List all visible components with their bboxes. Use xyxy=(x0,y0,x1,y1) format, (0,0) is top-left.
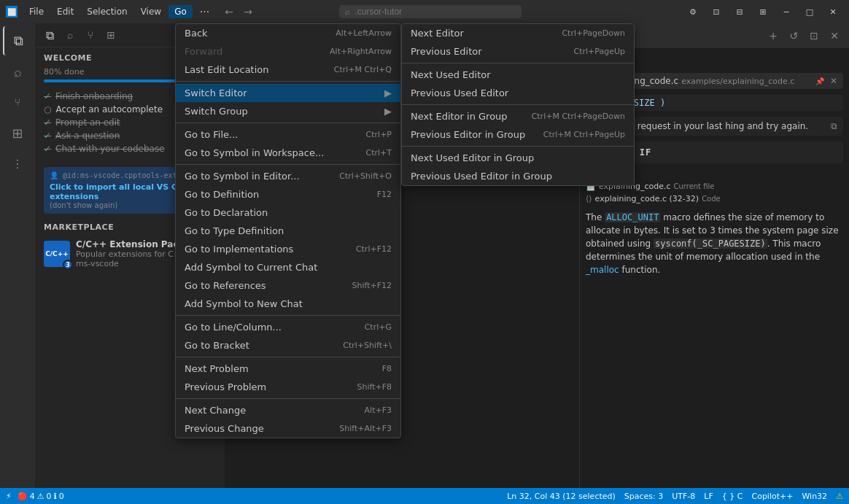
spaces-text: Spaces: 3 xyxy=(624,492,663,501)
go-back-label: Back xyxy=(185,28,330,39)
copilot-status[interactable]: Copilot++ xyxy=(751,492,793,501)
minimize-btn[interactable]: ─ xyxy=(776,4,796,19)
extensions-activity-icon[interactable]: ⊞ xyxy=(3,118,32,147)
activity-bar: ⧉ ⌕ ⑂ ⊞ ⋮ xyxy=(0,23,35,488)
menu-selection[interactable]: Selection xyxy=(81,5,133,18)
remote-status[interactable]: ⚡ xyxy=(6,492,12,501)
add-chat-icon[interactable]: + xyxy=(764,27,782,44)
search-input[interactable] xyxy=(354,7,516,17)
source-control-activity-icon[interactable]: ⑂ xyxy=(3,88,32,117)
used-code-ref: explaining_code.c (32-32) xyxy=(595,194,699,203)
sub-sep-2 xyxy=(402,104,634,105)
layout-btn[interactable]: ⊡ xyxy=(706,4,726,19)
go-switch-editor[interactable]: Switch Editor ▶ xyxy=(176,84,400,102)
prev-editor-label: Previous Editor xyxy=(411,46,568,57)
info-icon: ℹ xyxy=(54,492,57,501)
sidebar-search-icon[interactable]: ⌕ xyxy=(61,26,79,44)
more-activity-icon[interactable]: ⋮ xyxy=(3,149,32,178)
prev-editor[interactable]: Previous Editor Ctrl+PageUp xyxy=(402,42,634,61)
go-to-type-def-label: Go to Type Definition xyxy=(185,225,392,236)
pin-icon[interactable]: 📌 xyxy=(815,77,824,85)
maximize-chat-icon[interactable]: ⊡ xyxy=(805,27,823,44)
language-text: { } C xyxy=(722,492,743,501)
next-used-editor-group[interactable]: Next Used Editor in Group xyxy=(402,149,634,167)
go-to-symbol-workspace[interactable]: Go to Symbol in Workspace... Ctrl+T xyxy=(176,144,400,162)
go-to-bracket[interactable]: Go to Bracket Ctrl+Shift+\ xyxy=(176,336,400,354)
next-editor[interactable]: Next Editor Ctrl+PageDown xyxy=(402,24,634,42)
check-icon-4: ✓ xyxy=(44,144,51,154)
go-to-declaration[interactable]: Go to Declaration xyxy=(176,203,400,222)
add-symbol-new-label: Add Symbol to New Chat xyxy=(185,298,392,309)
go-to-symbol-ws-shortcut: Ctrl+T xyxy=(365,148,392,158)
next-change[interactable]: Next Change Alt+F3 xyxy=(176,401,400,419)
prev-used-editor-group[interactable]: Previous Used Editor in Group xyxy=(402,167,634,185)
go-to-implementations[interactable]: Go to Implementations Ctrl+F12 xyxy=(176,240,400,258)
warn-status[interactable]: ⚠ xyxy=(836,492,843,501)
go-last-edit[interactable]: Last Edit Location Ctrl+M Ctrl+Q xyxy=(176,61,400,79)
go-to-type-def[interactable]: Go to Type Definition xyxy=(176,222,400,240)
used-item-code: ⟨⟩ explaining_code.c (32-32) Code xyxy=(586,193,843,205)
menu-edit[interactable]: Edit xyxy=(51,5,80,18)
add-symbol-new-chat[interactable]: Add Symbol to New Chat xyxy=(176,295,400,313)
app-icon: ⬜ xyxy=(6,6,18,18)
prev-change[interactable]: Previous Change Shift+Alt+F3 xyxy=(176,419,400,438)
go-switch-group-label: Switch Group xyxy=(185,106,381,117)
file-path: examples/explaining_code.c xyxy=(681,77,794,86)
go-to-line[interactable]: Go to Line/Column... Ctrl+G xyxy=(176,318,400,336)
sub-sep-3 xyxy=(402,146,634,147)
menu-ellipsis[interactable]: ··· xyxy=(194,4,215,19)
go-to-definition[interactable]: Go to Definition F12 xyxy=(176,185,400,203)
error-status[interactable]: 🔴 4 ⚠ 0 ℹ 0 xyxy=(18,492,64,501)
winget-status[interactable]: Win32 xyxy=(802,492,827,501)
go-to-symbol-editor[interactable]: Go to Symbol in Editor... Ctrl+Shift+O xyxy=(176,167,400,185)
status-left: ⚡ 🔴 4 ⚠ 0 ℹ 0 xyxy=(6,492,64,501)
nav-back[interactable]: ← xyxy=(221,4,237,20)
code-used-icon: ⟨⟩ xyxy=(586,194,592,203)
menu-file[interactable]: File xyxy=(23,5,50,18)
go-forward: Forward Alt+RightArrow xyxy=(176,42,400,61)
next-problem[interactable]: Next Problem F8 xyxy=(176,360,400,378)
position-text: Ln 32, Col 43 (12 selected) xyxy=(507,492,616,501)
extension-num-badge: 3 xyxy=(63,260,73,270)
add-symbol-current-chat[interactable]: Add Symbol to Current Chat xyxy=(176,258,400,276)
sidebar-btn[interactable]: ⊞ xyxy=(753,4,773,19)
prev-used-editor[interactable]: Previous Used Editor xyxy=(402,84,634,102)
search-activity-icon[interactable]: ⌕ xyxy=(3,57,32,86)
panel-btn[interactable]: ⊟ xyxy=(729,4,750,19)
go-switch-group[interactable]: Switch Group ▶ xyxy=(176,102,400,120)
malloc-link[interactable]: _malloc xyxy=(586,265,619,275)
nav-forward[interactable]: → xyxy=(240,4,256,20)
go-to-file[interactable]: Go to File... Ctrl+P xyxy=(176,125,400,144)
menu-bar: File Edit Selection View Go ··· xyxy=(23,4,215,19)
next-problem-shortcut: F8 xyxy=(382,364,392,373)
prev-problem[interactable]: Previous Problem Shift+F8 xyxy=(176,378,400,396)
progress-bar-fill xyxy=(44,80,182,82)
spaces-status[interactable]: Spaces: 3 xyxy=(624,492,663,501)
sidebar-branch-icon[interactable]: ⑂ xyxy=(82,26,99,44)
close-tab-icon[interactable]: ✕ xyxy=(830,76,837,86)
eol-status[interactable]: LF xyxy=(704,492,713,501)
menu-sep-3 xyxy=(176,164,400,165)
menu-go[interactable]: Go xyxy=(168,5,193,18)
close-chat-icon[interactable]: ✕ xyxy=(826,27,843,44)
maximize-btn[interactable]: □ xyxy=(799,4,820,19)
copy-icon[interactable]: ⧉ xyxy=(41,26,58,44)
menu-view[interactable]: View xyxy=(135,5,167,18)
window-controls: ⚙ ⊡ ⊟ ⊞ ─ □ ✕ xyxy=(683,4,843,19)
chat-icons: + ↺ ⊡ ✕ xyxy=(764,27,843,44)
next-used-editor[interactable]: Next Used Editor xyxy=(402,66,634,84)
explorer-activity-icon[interactable]: ⧉ xyxy=(3,26,32,55)
close-btn[interactable]: ✕ xyxy=(823,4,843,19)
go-to-symbol-ed-label: Go to Symbol in Editor... xyxy=(185,171,333,182)
sidebar-grid-icon[interactable]: ⊞ xyxy=(102,26,120,44)
history-chat-icon[interactable]: ↺ xyxy=(785,27,802,44)
go-back[interactable]: Back Alt+LeftArrow xyxy=(176,24,400,42)
next-editor-group[interactable]: Next Editor in Group Ctrl+M Ctrl+PageDow… xyxy=(402,107,634,125)
go-to-references[interactable]: Go to References Shift+F12 xyxy=(176,276,400,295)
settings-btn[interactable]: ⚙ xyxy=(683,4,703,19)
position-status[interactable]: Ln 32, Col 43 (12 selected) xyxy=(507,492,616,501)
prev-editor-group[interactable]: Previous Editor in Group Ctrl+M Ctrl+Pag… xyxy=(402,125,634,144)
copy-response-icon[interactable]: ⧉ xyxy=(831,121,837,131)
encoding-status[interactable]: UTF-8 xyxy=(672,492,695,501)
language-status[interactable]: { } C xyxy=(722,492,743,501)
